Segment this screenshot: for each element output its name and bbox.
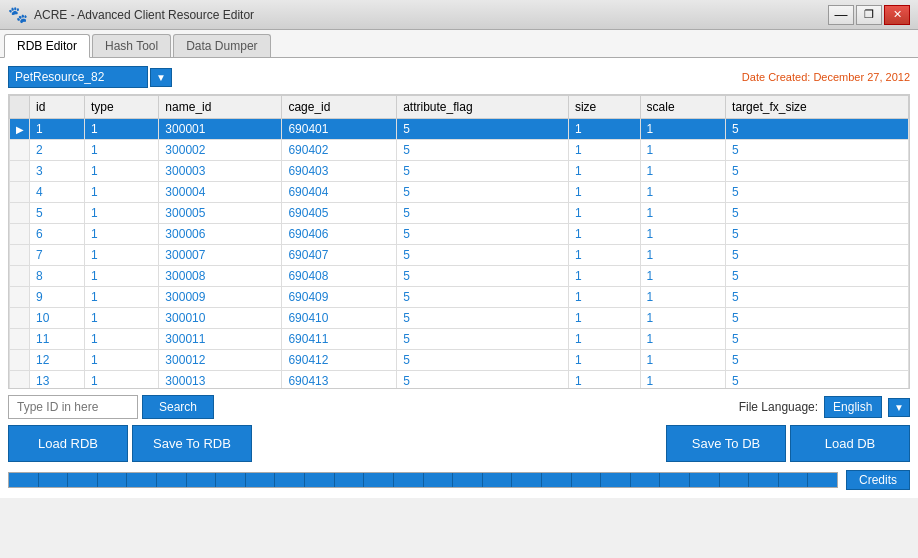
cell-attribute_flag: 5: [397, 119, 569, 140]
status-bar: Credits: [8, 470, 910, 490]
cell-id: 13: [30, 371, 85, 390]
table-row[interactable]: 413000046904045115: [10, 182, 909, 203]
cell-name_id: 300008: [159, 266, 282, 287]
cell-name_id: 300004: [159, 182, 282, 203]
progress-segment: [39, 473, 69, 487]
col-header-target-fx-size: target_fx_size: [726, 96, 909, 119]
progress-segment: [572, 473, 602, 487]
tab-data-dumper[interactable]: Data Dumper: [173, 34, 270, 57]
data-table: id type name_id cage_id attribute_flag s…: [9, 95, 909, 389]
cell-scale: 1: [640, 350, 726, 371]
search-button[interactable]: Search: [142, 395, 214, 419]
cell-size: 1: [568, 245, 640, 266]
title-bar-left: 🐾 ACRE - Advanced Client Resource Editor: [8, 5, 254, 24]
cell-target_fx_size: 5: [726, 182, 909, 203]
table-row[interactable]: 813000086904085115: [10, 266, 909, 287]
tab-rdb-editor[interactable]: RDB Editor: [4, 34, 90, 58]
cell-name_id: 300010: [159, 308, 282, 329]
cell-attribute_flag: 5: [397, 245, 569, 266]
row-indicator: [10, 203, 30, 224]
cell-attribute_flag: 5: [397, 161, 569, 182]
cell-target_fx_size: 5: [726, 119, 909, 140]
table-row[interactable]: 213000026904025115: [10, 140, 909, 161]
table-row[interactable]: 1013000106904105115: [10, 308, 909, 329]
tab-hash-tool[interactable]: Hash Tool: [92, 34, 171, 57]
cell-type: 1: [84, 161, 158, 182]
cell-type: 1: [84, 203, 158, 224]
table-row[interactable]: 1313000136904135115: [10, 371, 909, 390]
close-button[interactable]: ✕: [884, 5, 910, 25]
table-row[interactable]: 313000036904035115: [10, 161, 909, 182]
cell-type: 1: [84, 287, 158, 308]
progress-segment: [246, 473, 276, 487]
table-row[interactable]: 613000066904065115: [10, 224, 909, 245]
cell-cage_id: 690411: [282, 329, 397, 350]
cell-cage_id: 690412: [282, 350, 397, 371]
row-indicator: ▶: [10, 119, 30, 140]
row-indicator: [10, 266, 30, 287]
resource-select[interactable]: PetResource_82: [8, 66, 148, 88]
window-title: ACRE - Advanced Client Resource Editor: [34, 8, 254, 22]
credits-button[interactable]: Credits: [846, 470, 910, 490]
cell-size: 1: [568, 182, 640, 203]
resource-select-arrow[interactable]: ▼: [150, 68, 172, 87]
language-arrow[interactable]: ▼: [888, 398, 910, 417]
cell-cage_id: 690401: [282, 119, 397, 140]
cell-scale: 1: [640, 182, 726, 203]
cell-cage_id: 690404: [282, 182, 397, 203]
table-row[interactable]: 513000056904055115: [10, 203, 909, 224]
table-row[interactable]: 1213000126904125115: [10, 350, 909, 371]
cell-target_fx_size: 5: [726, 329, 909, 350]
save-to-db-button[interactable]: Save To DB: [666, 425, 786, 462]
cell-target_fx_size: 5: [726, 308, 909, 329]
data-table-container[interactable]: id type name_id cage_id attribute_flag s…: [8, 94, 910, 389]
restore-button[interactable]: ❐: [856, 5, 882, 25]
cell-size: 1: [568, 119, 640, 140]
col-header-name-id: name_id: [159, 96, 282, 119]
cell-size: 1: [568, 308, 640, 329]
cell-id: 1: [30, 119, 85, 140]
progress-segment: [98, 473, 128, 487]
cell-name_id: 300007: [159, 245, 282, 266]
save-to-rdb-button[interactable]: Save To RDB: [132, 425, 252, 462]
cell-type: 1: [84, 329, 158, 350]
row-indicator: [10, 371, 30, 390]
tabs-bar: RDB Editor Hash Tool Data Dumper: [0, 30, 918, 58]
minimize-button[interactable]: —: [828, 5, 854, 25]
progress-segment: [749, 473, 779, 487]
cell-attribute_flag: 5: [397, 182, 569, 203]
cell-id: 9: [30, 287, 85, 308]
load-db-button[interactable]: Load DB: [790, 425, 910, 462]
col-header-size: size: [568, 96, 640, 119]
date-created-label: Date Created: December 27, 2012: [742, 71, 910, 83]
table-row[interactable]: ▶113000016904015115: [10, 119, 909, 140]
progress-segment: [720, 473, 750, 487]
cell-attribute_flag: 5: [397, 308, 569, 329]
id-input[interactable]: [8, 395, 138, 419]
bottom-section: Search File Language: English ▼ Load RDB…: [8, 395, 910, 462]
language-select[interactable]: English: [824, 396, 882, 418]
cell-target_fx_size: 5: [726, 371, 909, 390]
progress-segment: [157, 473, 187, 487]
toolbar-row: PetResource_82 ▼ Date Created: December …: [8, 66, 910, 88]
cell-scale: 1: [640, 245, 726, 266]
cell-type: 1: [84, 371, 158, 390]
row-indicator: [10, 161, 30, 182]
progress-segment: [512, 473, 542, 487]
cell-size: 1: [568, 161, 640, 182]
row-indicator: [10, 245, 30, 266]
col-header-type: type: [84, 96, 158, 119]
cell-name_id: 300002: [159, 140, 282, 161]
progress-segment: [275, 473, 305, 487]
load-rdb-button[interactable]: Load RDB: [8, 425, 128, 462]
cell-id: 6: [30, 224, 85, 245]
table-row[interactable]: 1113000116904115115: [10, 329, 909, 350]
cell-scale: 1: [640, 203, 726, 224]
cell-size: 1: [568, 287, 640, 308]
table-row[interactable]: 913000096904095115: [10, 287, 909, 308]
progress-segment: [187, 473, 217, 487]
cell-attribute_flag: 5: [397, 140, 569, 161]
cell-cage_id: 690406: [282, 224, 397, 245]
table-row[interactable]: 713000076904075115: [10, 245, 909, 266]
cell-cage_id: 690409: [282, 287, 397, 308]
